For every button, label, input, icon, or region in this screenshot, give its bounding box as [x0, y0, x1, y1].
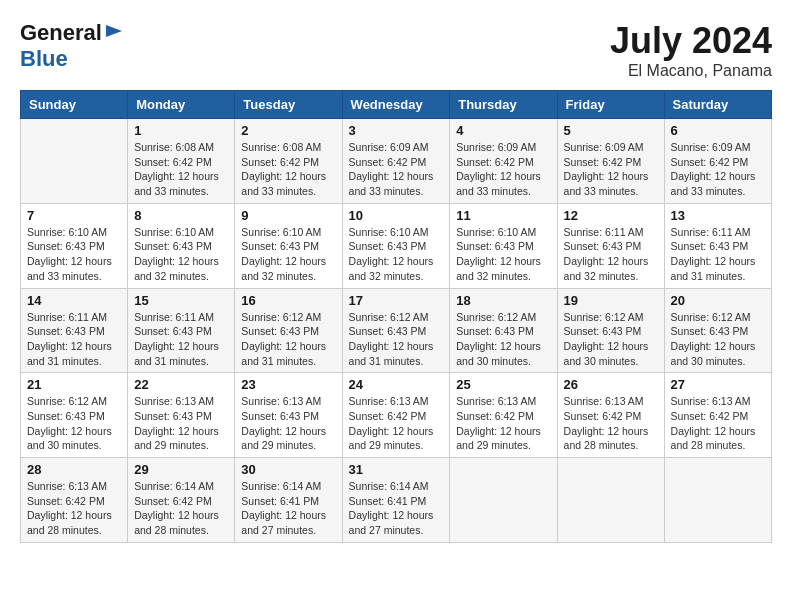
- day-info: Sunrise: 6:09 AMSunset: 6:42 PMDaylight:…: [671, 140, 765, 199]
- day-info: Sunrise: 6:13 AMSunset: 6:43 PMDaylight:…: [134, 394, 228, 453]
- day-info: Sunrise: 6:13 AMSunset: 6:42 PMDaylight:…: [564, 394, 658, 453]
- day-number: 11: [456, 208, 550, 223]
- day-number: 26: [564, 377, 658, 392]
- day-number: 15: [134, 293, 228, 308]
- day-number: 30: [241, 462, 335, 477]
- calendar-cell: 26Sunrise: 6:13 AMSunset: 6:42 PMDayligh…: [557, 373, 664, 458]
- day-number: 5: [564, 123, 658, 138]
- calendar-cell: 27Sunrise: 6:13 AMSunset: 6:42 PMDayligh…: [664, 373, 771, 458]
- day-number: 23: [241, 377, 335, 392]
- day-info: Sunrise: 6:12 AMSunset: 6:43 PMDaylight:…: [241, 310, 335, 369]
- day-number: 13: [671, 208, 765, 223]
- day-info: Sunrise: 6:11 AMSunset: 6:43 PMDaylight:…: [671, 225, 765, 284]
- calendar-cell: 28Sunrise: 6:13 AMSunset: 6:42 PMDayligh…: [21, 458, 128, 543]
- calendar-week-row: 14Sunrise: 6:11 AMSunset: 6:43 PMDayligh…: [21, 288, 772, 373]
- month-title: July 2024: [610, 20, 772, 62]
- day-number: 7: [27, 208, 121, 223]
- logo-flag-icon: [104, 23, 124, 43]
- day-number: 9: [241, 208, 335, 223]
- day-info: Sunrise: 6:14 AMSunset: 6:42 PMDaylight:…: [134, 479, 228, 538]
- calendar-cell: [450, 458, 557, 543]
- day-number: 12: [564, 208, 658, 223]
- day-info: Sunrise: 6:12 AMSunset: 6:43 PMDaylight:…: [349, 310, 444, 369]
- calendar-cell: [664, 458, 771, 543]
- calendar-cell: 25Sunrise: 6:13 AMSunset: 6:42 PMDayligh…: [450, 373, 557, 458]
- day-number: 28: [27, 462, 121, 477]
- calendar-cell: 31Sunrise: 6:14 AMSunset: 6:41 PMDayligh…: [342, 458, 450, 543]
- calendar-cell: 29Sunrise: 6:14 AMSunset: 6:42 PMDayligh…: [128, 458, 235, 543]
- day-info: Sunrise: 6:09 AMSunset: 6:42 PMDaylight:…: [564, 140, 658, 199]
- column-header-friday: Friday: [557, 91, 664, 119]
- calendar-cell: 11Sunrise: 6:10 AMSunset: 6:43 PMDayligh…: [450, 203, 557, 288]
- calendar-cell: 15Sunrise: 6:11 AMSunset: 6:43 PMDayligh…: [128, 288, 235, 373]
- calendar-week-row: 1Sunrise: 6:08 AMSunset: 6:42 PMDaylight…: [21, 119, 772, 204]
- day-info: Sunrise: 6:10 AMSunset: 6:43 PMDaylight:…: [241, 225, 335, 284]
- day-info: Sunrise: 6:10 AMSunset: 6:43 PMDaylight:…: [134, 225, 228, 284]
- day-info: Sunrise: 6:12 AMSunset: 6:43 PMDaylight:…: [671, 310, 765, 369]
- calendar-cell: 1Sunrise: 6:08 AMSunset: 6:42 PMDaylight…: [128, 119, 235, 204]
- day-info: Sunrise: 6:13 AMSunset: 6:42 PMDaylight:…: [349, 394, 444, 453]
- day-info: Sunrise: 6:12 AMSunset: 6:43 PMDaylight:…: [456, 310, 550, 369]
- day-number: 29: [134, 462, 228, 477]
- calendar-cell: 14Sunrise: 6:11 AMSunset: 6:43 PMDayligh…: [21, 288, 128, 373]
- logo-blue-text: Blue: [20, 46, 68, 72]
- column-header-sunday: Sunday: [21, 91, 128, 119]
- day-number: 20: [671, 293, 765, 308]
- calendar-cell: 6Sunrise: 6:09 AMSunset: 6:42 PMDaylight…: [664, 119, 771, 204]
- day-number: 19: [564, 293, 658, 308]
- day-info: Sunrise: 6:10 AMSunset: 6:43 PMDaylight:…: [456, 225, 550, 284]
- calendar-week-row: 28Sunrise: 6:13 AMSunset: 6:42 PMDayligh…: [21, 458, 772, 543]
- calendar-cell: 24Sunrise: 6:13 AMSunset: 6:42 PMDayligh…: [342, 373, 450, 458]
- day-info: Sunrise: 6:13 AMSunset: 6:42 PMDaylight:…: [456, 394, 550, 453]
- location-title: El Macano, Panama: [610, 62, 772, 80]
- calendar-cell: 9Sunrise: 6:10 AMSunset: 6:43 PMDaylight…: [235, 203, 342, 288]
- calendar-cell: 18Sunrise: 6:12 AMSunset: 6:43 PMDayligh…: [450, 288, 557, 373]
- calendar-cell: 13Sunrise: 6:11 AMSunset: 6:43 PMDayligh…: [664, 203, 771, 288]
- calendar-cell: 30Sunrise: 6:14 AMSunset: 6:41 PMDayligh…: [235, 458, 342, 543]
- day-info: Sunrise: 6:08 AMSunset: 6:42 PMDaylight:…: [241, 140, 335, 199]
- day-number: 24: [349, 377, 444, 392]
- day-info: Sunrise: 6:11 AMSunset: 6:43 PMDaylight:…: [564, 225, 658, 284]
- calendar-cell: 20Sunrise: 6:12 AMSunset: 6:43 PMDayligh…: [664, 288, 771, 373]
- calendar-cell: 10Sunrise: 6:10 AMSunset: 6:43 PMDayligh…: [342, 203, 450, 288]
- calendar-cell: 2Sunrise: 6:08 AMSunset: 6:42 PMDaylight…: [235, 119, 342, 204]
- day-number: 1: [134, 123, 228, 138]
- day-info: Sunrise: 6:11 AMSunset: 6:43 PMDaylight:…: [134, 310, 228, 369]
- day-info: Sunrise: 6:10 AMSunset: 6:43 PMDaylight:…: [349, 225, 444, 284]
- calendar-cell: 17Sunrise: 6:12 AMSunset: 6:43 PMDayligh…: [342, 288, 450, 373]
- calendar-cell: [21, 119, 128, 204]
- day-info: Sunrise: 6:09 AMSunset: 6:42 PMDaylight:…: [456, 140, 550, 199]
- calendar-table: SundayMondayTuesdayWednesdayThursdayFrid…: [20, 90, 772, 543]
- day-number: 21: [27, 377, 121, 392]
- calendar-cell: 8Sunrise: 6:10 AMSunset: 6:43 PMDaylight…: [128, 203, 235, 288]
- calendar-cell: 16Sunrise: 6:12 AMSunset: 6:43 PMDayligh…: [235, 288, 342, 373]
- day-number: 8: [134, 208, 228, 223]
- day-number: 22: [134, 377, 228, 392]
- day-number: 17: [349, 293, 444, 308]
- day-number: 6: [671, 123, 765, 138]
- day-number: 27: [671, 377, 765, 392]
- day-number: 31: [349, 462, 444, 477]
- column-header-wednesday: Wednesday: [342, 91, 450, 119]
- day-number: 14: [27, 293, 121, 308]
- day-info: Sunrise: 6:08 AMSunset: 6:42 PMDaylight:…: [134, 140, 228, 199]
- title-section: July 2024 El Macano, Panama: [610, 20, 772, 80]
- day-info: Sunrise: 6:10 AMSunset: 6:43 PMDaylight:…: [27, 225, 121, 284]
- logo-general-text: General: [20, 20, 102, 46]
- calendar-cell: 22Sunrise: 6:13 AMSunset: 6:43 PMDayligh…: [128, 373, 235, 458]
- day-info: Sunrise: 6:09 AMSunset: 6:42 PMDaylight:…: [349, 140, 444, 199]
- calendar-cell: 23Sunrise: 6:13 AMSunset: 6:43 PMDayligh…: [235, 373, 342, 458]
- day-info: Sunrise: 6:11 AMSunset: 6:43 PMDaylight:…: [27, 310, 121, 369]
- day-info: Sunrise: 6:12 AMSunset: 6:43 PMDaylight:…: [27, 394, 121, 453]
- day-number: 4: [456, 123, 550, 138]
- day-number: 16: [241, 293, 335, 308]
- day-number: 10: [349, 208, 444, 223]
- day-info: Sunrise: 6:14 AMSunset: 6:41 PMDaylight:…: [241, 479, 335, 538]
- day-info: Sunrise: 6:13 AMSunset: 6:43 PMDaylight:…: [241, 394, 335, 453]
- column-header-tuesday: Tuesday: [235, 91, 342, 119]
- page-header: General Blue July 2024 El Macano, Panama: [20, 20, 772, 80]
- svg-marker-0: [106, 25, 122, 37]
- day-number: 2: [241, 123, 335, 138]
- column-header-saturday: Saturday: [664, 91, 771, 119]
- calendar-cell: 4Sunrise: 6:09 AMSunset: 6:42 PMDaylight…: [450, 119, 557, 204]
